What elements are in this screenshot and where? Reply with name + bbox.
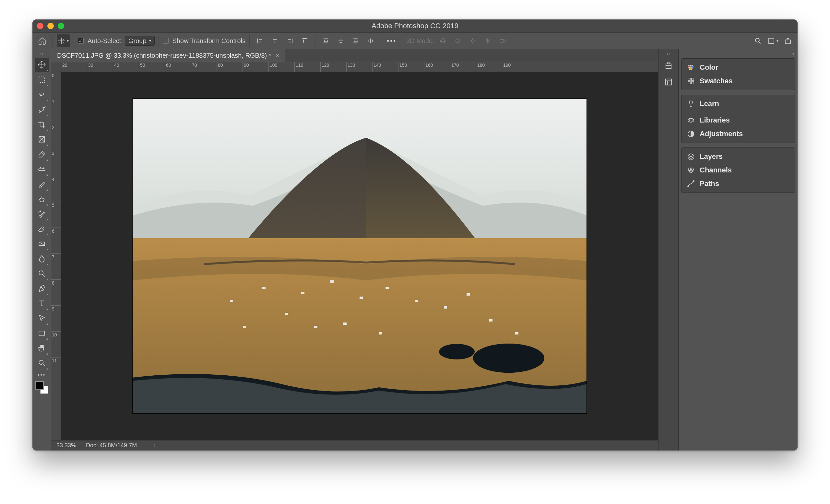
marquee-tool[interactable] xyxy=(35,73,49,87)
quick-select-tool[interactable] xyxy=(35,102,49,117)
ruler-v-tick: 10 xyxy=(51,331,61,357)
rectangle-tool[interactable] xyxy=(35,326,49,340)
collapsed-panel-strip: ‹‹ xyxy=(659,49,679,450)
ruler-h-tick: 150 xyxy=(398,62,424,72)
clone-stamp-tool[interactable] xyxy=(35,192,49,206)
ruler-corner xyxy=(51,62,61,72)
align-right-button[interactable] xyxy=(283,34,296,47)
panel-tab-paths[interactable]: Paths xyxy=(681,177,795,191)
close-tab-button[interactable]: × xyxy=(276,52,280,59)
foreground-swatch[interactable] xyxy=(35,381,44,390)
home-button[interactable] xyxy=(36,34,49,47)
status-doc-size[interactable]: Doc: 45.8M/149.7M xyxy=(86,442,137,449)
paths-icon xyxy=(687,179,695,188)
status-zoom[interactable]: 33.33% xyxy=(56,442,76,449)
ruler-horizontal[interactable]: 2030405060708090100110120130140150160170… xyxy=(61,62,658,72)
mode3d-roll-button[interactable] xyxy=(451,34,464,47)
chevron-down-icon: ▾ xyxy=(776,39,778,43)
panel-tab-label: Channels xyxy=(700,166,732,174)
type-tool[interactable] xyxy=(35,296,49,310)
zoom-tool[interactable] xyxy=(35,356,49,370)
history-panel-icon[interactable] xyxy=(661,58,676,73)
pen-tool[interactable] xyxy=(35,281,49,296)
distribute-hcenter-button[interactable] xyxy=(364,34,377,47)
panel-tab-adjustments[interactable]: Adjustments xyxy=(681,127,795,141)
panel-tab-libraries[interactable]: Libraries xyxy=(681,113,795,127)
status-flyout-button[interactable]: 〉 xyxy=(153,442,159,449)
lasso-tool[interactable] xyxy=(35,88,49,102)
svg-rect-34 xyxy=(515,332,518,335)
svg-point-46 xyxy=(690,118,692,122)
panel-tab-swatches[interactable]: Swatches xyxy=(681,74,795,88)
frame-tool[interactable] xyxy=(35,132,49,146)
svg-point-18 xyxy=(439,344,475,360)
panel-tab-channels[interactable]: Channels xyxy=(681,163,795,177)
workspace-switcher[interactable]: ▾ xyxy=(766,34,779,47)
ruler-v-tick: 2 xyxy=(51,124,61,150)
ruler-v-tick: 3 xyxy=(51,150,61,176)
svg-rect-24 xyxy=(415,300,418,302)
window-minimize-button[interactable] xyxy=(47,23,54,29)
svg-rect-25 xyxy=(444,306,447,308)
ruler-v-tick: 11 xyxy=(51,357,61,383)
color-icon xyxy=(687,63,695,72)
color-swatches[interactable] xyxy=(35,381,48,394)
panel-tab-learn[interactable]: Learn xyxy=(681,97,795,110)
document-tab[interactable]: DSCF7011.JPG @ 33.3% (christopher-rusev-… xyxy=(51,49,285,62)
svg-rect-23 xyxy=(385,287,389,289)
gradient-tool[interactable] xyxy=(35,237,49,251)
distribute-vcenter-button[interactable] xyxy=(334,34,347,47)
edit-toolbar-button[interactable]: ••• xyxy=(38,372,46,378)
panel-tab-color[interactable]: Color xyxy=(681,61,795,74)
window-zoom-button[interactable] xyxy=(58,23,64,29)
panel-tab-label: Adjustments xyxy=(700,130,743,138)
collapse-panels-button[interactable]: ‹‹ xyxy=(679,51,798,57)
document-area: DSCF7011.JPG @ 33.3% (christopher-rusev-… xyxy=(51,49,658,450)
eyedropper-tool[interactable] xyxy=(35,147,49,161)
svg-point-0 xyxy=(441,39,445,43)
panel-group-layers: LayersChannelsPaths xyxy=(681,147,795,193)
auto-select-target-dropdown[interactable]: Group ▾ xyxy=(125,36,155,46)
brush-tool[interactable] xyxy=(35,177,49,191)
share-button[interactable] xyxy=(781,34,794,47)
show-transform-checkbox[interactable] xyxy=(163,38,168,44)
svg-point-5 xyxy=(756,38,759,42)
path-select-tool[interactable] xyxy=(35,311,49,326)
crop-tool[interactable] xyxy=(35,117,49,132)
dodge-tool[interactable] xyxy=(35,266,49,281)
swatches-icon xyxy=(687,77,695,85)
svg-point-39 xyxy=(689,67,692,70)
expand-strip-button[interactable]: ‹‹ xyxy=(667,51,670,57)
healing-brush-tool[interactable] xyxy=(35,162,49,176)
search-button[interactable] xyxy=(752,34,765,47)
window-close-button[interactable] xyxy=(37,23,43,29)
ruler-v-tick: 4 xyxy=(51,176,61,202)
mode3d-camera-button[interactable] xyxy=(496,34,509,47)
align-top-button[interactable] xyxy=(298,34,311,47)
canvas-viewport[interactable] xyxy=(61,72,658,440)
chevron-down-icon: ▾ xyxy=(67,39,69,43)
align-left-button[interactable] xyxy=(254,34,266,47)
mode3d-slide-button[interactable] xyxy=(481,34,494,47)
align-hcenter-button[interactable] xyxy=(268,34,281,47)
panel-tab-layers[interactable]: Layers xyxy=(681,150,795,163)
tool-preset-button[interactable]: ▾ xyxy=(57,34,70,47)
ruler-v-tick: 6 xyxy=(51,228,61,254)
layers-icon xyxy=(687,152,695,161)
ruler-h-tick: 140 xyxy=(372,62,398,72)
auto-select-checkbox[interactable] xyxy=(78,38,84,44)
align-more-button[interactable]: ••• xyxy=(385,34,398,47)
distribute-bottom-button[interactable] xyxy=(349,34,362,47)
eraser-tool[interactable] xyxy=(35,222,49,236)
distribute-top-button[interactable] xyxy=(319,34,332,47)
blur-tool[interactable] xyxy=(35,251,49,266)
right-panels: ‹‹ ‹‹ ColorSwatches LearnLibrariesAdjust… xyxy=(658,49,798,450)
hand-tool[interactable] xyxy=(35,341,49,355)
collapse-tools-button[interactable]: ›› xyxy=(40,51,43,57)
move-tool[interactable] xyxy=(35,58,49,72)
mode3d-orbit-button[interactable] xyxy=(437,34,449,47)
history-brush-tool[interactable] xyxy=(35,207,49,221)
ruler-vertical[interactable]: 01234567891011 xyxy=(51,72,61,440)
mode3d-pan-button[interactable] xyxy=(466,34,479,47)
properties-panel-icon[interactable] xyxy=(661,74,676,90)
